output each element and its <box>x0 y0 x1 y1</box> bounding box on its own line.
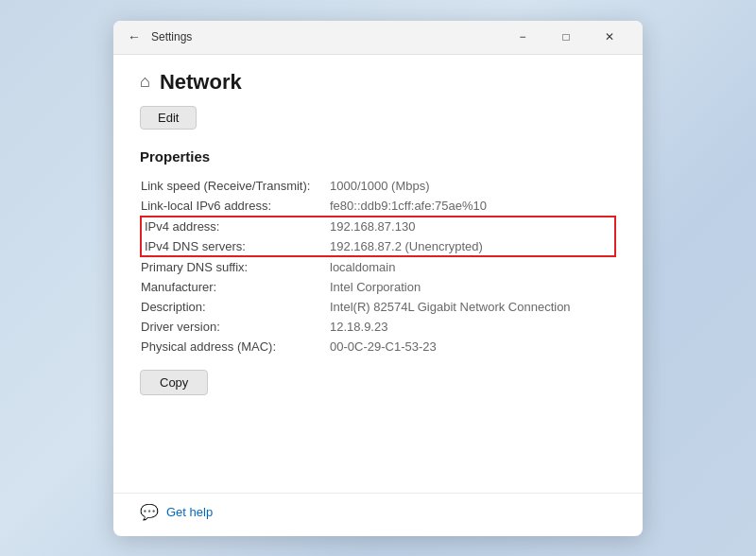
table-row: Link-local IPv6 address:fe80::ddb9:1cff:… <box>141 196 615 217</box>
table-row: Primary DNS suffix:localdomain <box>141 256 615 277</box>
table-row: Link speed (Receive/Transmit):1000/1000 … <box>141 176 615 196</box>
maximize-button[interactable]: □ <box>544 21 588 55</box>
footer: 💬 Get help <box>113 493 643 536</box>
minimize-button[interactable]: − <box>501 21 544 55</box>
table-row: Physical address (MAC):00-0C-29-C1-53-23 <box>141 337 615 356</box>
table-row: Driver version:12.18.9.23 <box>141 317 615 337</box>
table-row: Manufacturer:Intel Corporation <box>141 277 615 297</box>
get-help-link[interactable]: Get help <box>166 505 213 519</box>
page-title: Network <box>160 70 242 95</box>
close-button[interactable]: ✕ <box>588 21 631 55</box>
table-row: IPv4 DNS servers:192.168.87.2 (Unencrypt… <box>141 236 615 256</box>
table-row: Description:Intel(R) 82574L Gigabit Netw… <box>141 297 615 317</box>
settings-window: ← Settings − □ ✕ ⌂ Network Edit Properti… <box>113 21 643 536</box>
page-header: ⌂ Network <box>140 70 616 95</box>
section-title: Properties <box>140 148 616 165</box>
copy-button[interactable]: Copy <box>140 370 208 395</box>
window-controls: − □ ✕ <box>501 21 631 55</box>
title-bar: ← Settings − □ ✕ <box>113 21 643 55</box>
help-icon: 💬 <box>140 503 159 521</box>
home-icon: ⌂ <box>140 72 150 92</box>
content-area: ⌂ Network Edit Properties Link speed (Re… <box>113 55 643 493</box>
edit-button[interactable]: Edit <box>140 106 197 130</box>
back-button[interactable]: ← <box>125 27 144 46</box>
table-row: IPv4 address:192.168.87.130 <box>141 217 615 236</box>
window-title: Settings <box>151 30 501 43</box>
properties-table: Link speed (Receive/Transmit):1000/1000 … <box>140 176 616 356</box>
